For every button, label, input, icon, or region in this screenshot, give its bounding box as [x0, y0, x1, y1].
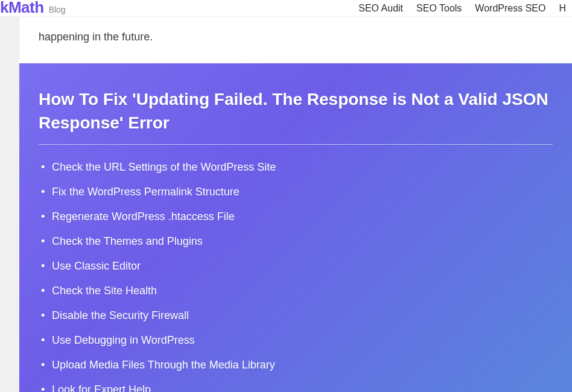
toc-list: Check the URL Settings of the WordPress …	[39, 159, 553, 392]
toc-item[interactable]: Look for Expert Help	[52, 382, 553, 392]
page-body: happening in the future. How To Fix 'Upd…	[0, 17, 572, 392]
toc-item[interactable]: Check the URL Settings of the WordPress …	[52, 159, 553, 175]
toc-item[interactable]: Use Debugging in WordPress	[52, 332, 553, 349]
toc-item[interactable]: Regenerate WordPress .htaccess File	[52, 209, 553, 225]
blog-label[interactable]: Blog	[49, 5, 66, 14]
toc-title: How To Fix 'Updating Failed. The Respons…	[39, 87, 553, 145]
site-header: kMath Blog SEO Audit SEO Tools WordPress…	[0, 0, 572, 17]
main-nav: SEO Audit SEO Tools WordPress SEO H	[358, 3, 572, 14]
intro-text-fragment: happening in the future.	[39, 29, 553, 45]
toc-item[interactable]: Upload Media Files Through the Media Lib…	[52, 357, 553, 373]
nav-seo-tools[interactable]: SEO Tools	[416, 3, 462, 14]
logo-area[interactable]: kMath Blog	[0, 0, 66, 17]
table-of-contents: How To Fix 'Updating Failed. The Respons…	[19, 63, 572, 392]
toc-item[interactable]: Check the Site Health	[52, 283, 553, 299]
toc-item[interactable]: Check the Themes and Plugins	[52, 233, 553, 250]
toc-item[interactable]: Fix the WordPress Permalink Structure	[52, 184, 553, 200]
nav-wordpress-seo[interactable]: WordPress SEO	[475, 3, 545, 14]
article-intro: happening in the future.	[19, 17, 572, 63]
toc-item[interactable]: Use Classic Editor	[52, 258, 553, 274]
toc-item[interactable]: Disable the Security Firewall	[52, 308, 553, 324]
nav-seo-audit[interactable]: SEO Audit	[358, 3, 403, 14]
logo-text: kMath	[0, 0, 44, 17]
nav-item-partial[interactable]: H	[559, 3, 566, 14]
